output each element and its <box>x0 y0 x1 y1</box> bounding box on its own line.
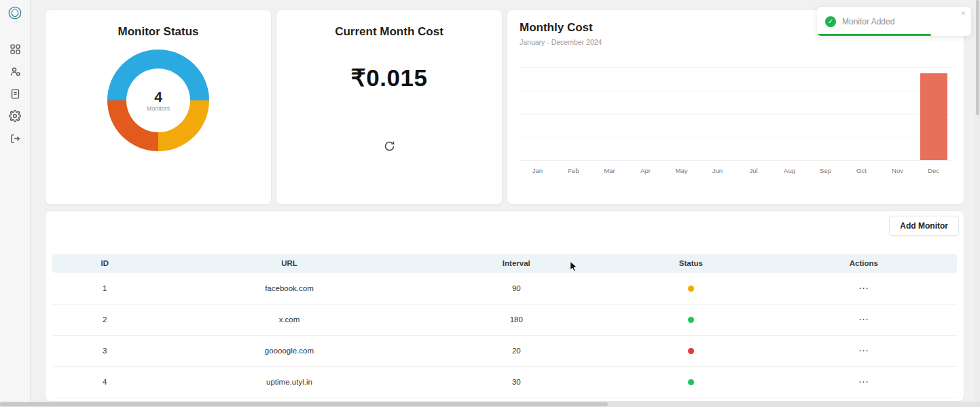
row-actions-icon[interactable]: ⋯ <box>858 282 869 294</box>
cell-actions: ⋯ <box>771 304 957 335</box>
column-header-actions: Actions <box>771 254 957 273</box>
monthly-cost-plot <box>520 67 951 161</box>
tick-may: May <box>664 167 700 174</box>
tick-oct: Oct <box>843 167 879 174</box>
toast-body: ✓ Monitor Added <box>817 7 971 36</box>
sidebar-item-logout[interactable] <box>7 130 23 147</box>
monitors-table-body: 1facebook.com90⋯2x.com180⋯3goooogle.com2… <box>52 273 957 398</box>
monitor-status-card: Monitor Status 4 Monitors <box>45 9 272 205</box>
tick-apr: Apr <box>628 167 664 174</box>
bar-aug <box>772 67 807 160</box>
monthly-cost-chart: JanFebMarAprMayJunJulAugSepOctNovDec <box>520 67 951 180</box>
vertical-scrollbar-thumb[interactable] <box>976 0 979 115</box>
refresh-icon[interactable] <box>384 140 395 152</box>
table-row: 4uptime.utyl.in30⋯ <box>52 366 957 398</box>
monitors-table-head-row: IDURLIntervalStatusActions <box>52 254 957 273</box>
cell-interval: 180 <box>421 304 611 335</box>
monthly-cost-subtitle: January - December 2024 <box>507 35 964 46</box>
tick-jan: Jan <box>520 167 556 174</box>
bar-mar <box>592 67 628 160</box>
logout-icon <box>10 133 21 144</box>
bar-feb <box>556 67 592 160</box>
dashboard-grid-icon <box>10 43 21 55</box>
bar-dec <box>915 67 951 160</box>
monitor-count: 4 <box>154 89 162 104</box>
tick-jun: Jun <box>700 167 736 174</box>
bar-sep <box>807 67 843 160</box>
sidebar-item-reports[interactable] <box>7 85 23 102</box>
cell-interval: 30 <box>421 366 611 398</box>
bar-jun <box>700 67 736 160</box>
tick-feb: Feb <box>556 167 592 174</box>
monitors-card: Add Monitor IDURLIntervalStatusActions 1… <box>45 210 964 402</box>
monitors-table: IDURLIntervalStatusActions 1facebook.com… <box>52 254 957 398</box>
cell-url: uptime.utyl.in <box>158 366 422 398</box>
sidebar-item-users[interactable] <box>7 63 23 79</box>
cell-interval: 90 <box>421 273 611 304</box>
column-header-status: Status <box>611 254 770 273</box>
table-row: 2x.com180⋯ <box>52 304 957 335</box>
bar-apr <box>628 67 664 160</box>
table-row: 3goooogle.com20⋯ <box>52 335 957 366</box>
monthly-cost-card: Monthly Cost January - December 2024 Jan… <box>507 9 964 205</box>
tick-aug: Aug <box>772 167 807 174</box>
monthly-cost-bars <box>520 67 951 160</box>
column-header-id: ID <box>52 254 158 273</box>
status-dot <box>688 286 694 292</box>
cell-status <box>611 304 770 335</box>
horizontal-scrollbar-thumb[interactable] <box>0 402 608 406</box>
cell-actions: ⋯ <box>771 335 957 366</box>
cell-status <box>611 273 770 304</box>
monitor-count-label: Monitors <box>147 105 170 112</box>
bar-oct <box>843 67 879 160</box>
cell-interval: 20 <box>421 335 611 366</box>
monitor-status-title: Monitor Status <box>46 10 271 39</box>
monthly-cost-ticks: JanFebMarAprMayJunJulAugSepOctNovDec <box>520 161 951 174</box>
cell-url: facebook.com <box>158 273 422 304</box>
current-month-cost-card: Current Month Cost ₹0.015 <box>276 9 503 205</box>
bar-rect-dec <box>920 73 947 160</box>
tick-jul: Jul <box>736 167 772 174</box>
toast-close-icon[interactable]: × <box>961 9 966 18</box>
gear-icon <box>9 110 21 122</box>
status-dot <box>688 379 694 385</box>
success-check-icon: ✓ <box>825 16 836 27</box>
app-logo <box>7 5 22 23</box>
table-row: 1facebook.com90⋯ <box>52 273 957 304</box>
dashboard-screen: Monitor Status 4 Monitors Current Month … <box>0 0 980 407</box>
bar-jul <box>736 67 772 160</box>
horizontal-scrollbar[interactable] <box>0 402 980 407</box>
monitor-status-donut: 4 Monitors <box>107 50 209 151</box>
row-actions-icon[interactable]: ⋯ <box>858 376 869 387</box>
sidebar <box>0 0 31 407</box>
bar-jan <box>520 67 556 160</box>
cell-url: x.com <box>158 304 422 335</box>
cell-status <box>611 335 770 366</box>
status-dot <box>688 317 694 323</box>
bar-nov <box>879 67 915 160</box>
toast-notification: ✓ Monitor Added × <box>817 7 971 36</box>
add-monitor-button[interactable]: Add Monitor <box>889 216 959 236</box>
cell-id: 1 <box>52 273 158 304</box>
current-month-cost-title: Current Month Cost <box>276 10 502 39</box>
sidebar-item-settings[interactable] <box>7 108 23 124</box>
cell-url: goooogle.com <box>158 335 422 366</box>
column-header-url: URL <box>158 254 422 273</box>
row-actions-icon[interactable]: ⋯ <box>858 345 869 356</box>
tick-mar: Mar <box>592 167 628 174</box>
status-dot <box>688 348 694 354</box>
users-icon <box>10 66 21 77</box>
document-icon <box>10 88 21 100</box>
tick-nov: Nov <box>879 167 915 174</box>
toast-progress <box>817 34 931 36</box>
column-header-interval: Interval <box>421 254 611 273</box>
cell-id: 4 <box>52 366 158 398</box>
toast-message: Monitor Added <box>842 17 894 26</box>
vertical-scrollbar[interactable] <box>975 0 980 407</box>
cell-status <box>611 366 770 398</box>
sidebar-item-dashboard[interactable] <box>7 41 23 57</box>
tick-dec: Dec <box>915 167 951 174</box>
row-actions-icon[interactable]: ⋯ <box>858 313 869 325</box>
cell-actions: ⋯ <box>771 366 957 398</box>
cell-actions: ⋯ <box>771 273 957 304</box>
